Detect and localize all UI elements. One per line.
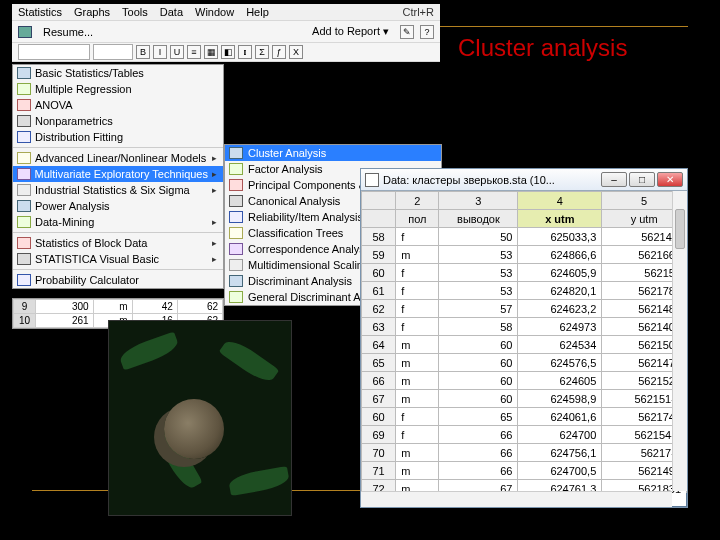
data-window-titlebar[interactable]: Data: кластеры зверьков.sta (10... – □ ✕	[361, 169, 687, 191]
data-cell[interactable]: f	[396, 300, 439, 318]
data-cell[interactable]: 624623,2	[518, 300, 602, 318]
menu-graphs[interactable]: Graphs	[74, 6, 110, 18]
row-header[interactable]: 65	[362, 354, 396, 372]
data-cell[interactable]: 624576,5	[518, 354, 602, 372]
data-cell[interactable]: 624756,1	[518, 444, 602, 462]
data-cell[interactable]: 624534	[518, 336, 602, 354]
menu-item[interactable]: Statistics of Block Data▸	[13, 232, 223, 251]
data-cell[interactable]: m	[396, 354, 439, 372]
data-cell[interactable]: f	[396, 426, 439, 444]
row-header[interactable]: 63	[362, 318, 396, 336]
data-cell[interactable]: f	[396, 264, 439, 282]
cell[interactable]: 42	[132, 300, 177, 314]
close-button[interactable]: ✕	[657, 172, 683, 187]
grid-icon[interactable]: ▦	[204, 45, 218, 59]
row-header[interactable]: 70	[362, 444, 396, 462]
row-header[interactable]: 9	[14, 300, 36, 314]
add-to-report-button[interactable]: Add to Report ▾	[307, 23, 394, 40]
size-dropdown[interactable]	[93, 44, 133, 60]
chart-icon[interactable]: ⫾	[238, 45, 252, 59]
cell[interactable]: 62	[177, 300, 222, 314]
menu-help[interactable]: Help	[246, 6, 269, 18]
paint-icon[interactable]: ◧	[221, 45, 235, 59]
submenu-item[interactable]: Cluster Analysis	[225, 145, 441, 161]
cell[interactable]: 300	[36, 300, 94, 314]
data-cell[interactable]: m	[396, 462, 439, 480]
column-number[interactable]: 3	[439, 192, 518, 210]
data-cell[interactable]: 60	[439, 354, 518, 372]
row-header[interactable]: 69	[362, 426, 396, 444]
toolbar-icon-b[interactable]: ?	[420, 25, 434, 39]
data-cell[interactable]: 53	[439, 282, 518, 300]
data-cell[interactable]: 53	[439, 264, 518, 282]
data-cell[interactable]: 624973	[518, 318, 602, 336]
row-header[interactable]: 60	[362, 408, 396, 426]
menu-item[interactable]: Power Analysis	[13, 198, 223, 214]
vars-icon[interactable]: X	[289, 45, 303, 59]
data-cell[interactable]: 624700	[518, 426, 602, 444]
vertical-scrollbar[interactable]	[672, 191, 687, 491]
column-number[interactable]: 2	[396, 192, 439, 210]
resume-button[interactable]: Resume...	[38, 24, 98, 40]
sigma-icon[interactable]: Σ	[255, 45, 269, 59]
data-cell[interactable]: 58	[439, 318, 518, 336]
data-cell[interactable]: 60	[439, 372, 518, 390]
data-cell[interactable]: 60	[439, 336, 518, 354]
data-cell[interactable]: 66	[439, 426, 518, 444]
underline-icon[interactable]: U	[170, 45, 184, 59]
data-cell[interactable]: m	[396, 336, 439, 354]
data-cell[interactable]: 624061,6	[518, 408, 602, 426]
data-cell[interactable]: f	[396, 408, 439, 426]
data-cell[interactable]: 66	[439, 444, 518, 462]
data-cell[interactable]: 624820,1	[518, 282, 602, 300]
row-header[interactable]: 61	[362, 282, 396, 300]
column-name[interactable]: выводок	[439, 210, 518, 228]
cell[interactable]: 261	[36, 314, 94, 328]
menu-item[interactable]: Data-Mining▸	[13, 214, 223, 230]
data-cell[interactable]: 624605	[518, 372, 602, 390]
font-dropdown[interactable]	[18, 44, 90, 60]
func-icon[interactable]: ƒ	[272, 45, 286, 59]
cell[interactable]: m	[93, 300, 132, 314]
menu-item[interactable]: Distribution Fitting	[13, 129, 223, 145]
row-header[interactable]: 71	[362, 462, 396, 480]
data-cell[interactable]: 57	[439, 300, 518, 318]
menu-data[interactable]: Data	[160, 6, 183, 18]
data-cell[interactable]: 53	[439, 246, 518, 264]
data-cell[interactable]: 625033,3	[518, 228, 602, 246]
data-cell[interactable]: 50	[439, 228, 518, 246]
data-cell[interactable]: 66	[439, 462, 518, 480]
data-cell[interactable]: 624598,9	[518, 390, 602, 408]
menu-item[interactable]: Nonparametrics	[13, 113, 223, 129]
align-icon[interactable]: ≡	[187, 45, 201, 59]
menu-item[interactable]: Multiple Regression	[13, 81, 223, 97]
row-header[interactable]: 10	[14, 314, 36, 328]
menu-window[interactable]: Window	[195, 6, 234, 18]
row-header[interactable]: 59	[362, 246, 396, 264]
minimize-button[interactable]: –	[601, 172, 627, 187]
menu-item[interactable]: Advanced Linear/Nonlinear Models▸	[13, 147, 223, 166]
horizontal-scrollbar[interactable]	[361, 491, 672, 507]
bold-icon[interactable]: B	[136, 45, 150, 59]
maximize-button[interactable]: □	[629, 172, 655, 187]
italic-icon[interactable]: I	[153, 45, 167, 59]
menu-item[interactable]: Basic Statistics/Tables	[13, 65, 223, 81]
row-header[interactable]: 64	[362, 336, 396, 354]
column-name[interactable]: пол	[396, 210, 439, 228]
data-cell[interactable]: m	[396, 444, 439, 462]
data-cell[interactable]: 60	[439, 390, 518, 408]
menu-item[interactable]: Industrial Statistics & Six Sigma▸	[13, 182, 223, 198]
data-cell[interactable]: m	[396, 390, 439, 408]
menu-item[interactable]: ANOVA	[13, 97, 223, 113]
toolbar-icon-a[interactable]: ✎	[400, 25, 414, 39]
data-cell[interactable]: m	[396, 372, 439, 390]
row-header[interactable]: 67	[362, 390, 396, 408]
menu-item[interactable]: Multivariate Exploratory Techniques▸	[13, 166, 223, 182]
menu-tools[interactable]: Tools	[122, 6, 148, 18]
data-cell[interactable]: 624866,6	[518, 246, 602, 264]
row-header[interactable]: 66	[362, 372, 396, 390]
row-header[interactable]: 60	[362, 264, 396, 282]
column-number[interactable]: 4	[518, 192, 602, 210]
data-cell[interactable]: 624605,9	[518, 264, 602, 282]
data-cell[interactable]: f	[396, 282, 439, 300]
